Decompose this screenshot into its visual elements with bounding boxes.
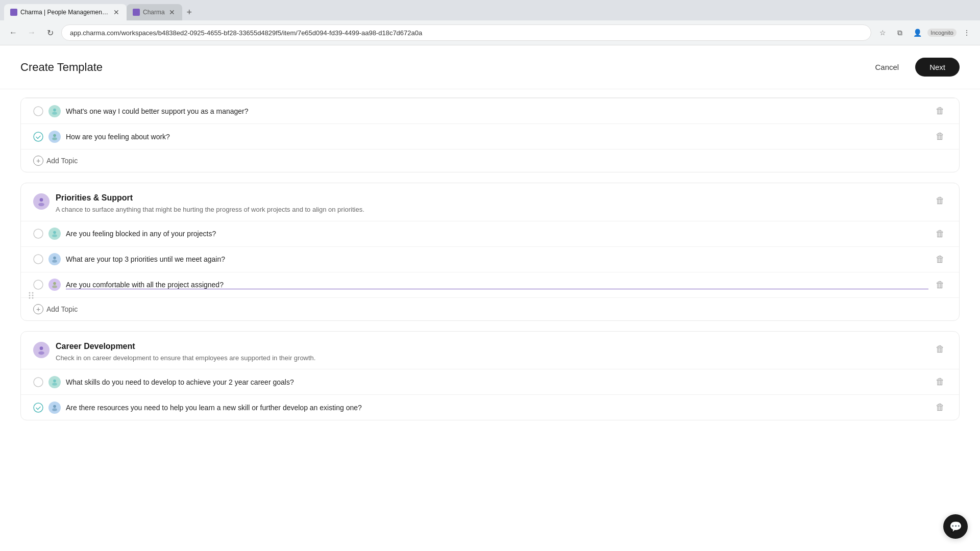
question-text-editing[interactable]: Are you comfortable with all the project… [66,281,928,289]
svg-point-8 [34,229,43,238]
svg-point-2 [52,112,57,115]
delete-question-icon[interactable]: 🗑 [934,400,947,415]
profile-icon[interactable]: 👤 [910,26,924,40]
delete-question-icon[interactable]: 🗑 [934,374,947,389]
svg-point-3 [34,132,43,141]
section-description: Check in on career development to ensure… [56,353,315,363]
tab-1-favicon [10,9,17,16]
section-header: Career Development Check in on career de… [21,332,959,369]
header-actions: Cancel Next [867,58,960,77]
question-row: Are there resources you need to help you… [21,394,959,420]
svg-point-20 [53,379,56,382]
section-info: Priorities & Support A chance to surface… [56,193,364,215]
tab-2[interactable]: Charma ✕ [127,4,182,20]
tab-1[interactable]: Charma | People Management S... ✕ [4,4,127,20]
add-topic-label: Add Topic [46,305,78,313]
section-title: Priorities & Support [56,193,364,203]
next-button[interactable]: Next [915,58,960,77]
reload-button[interactable]: ↻ [43,26,57,40]
add-topic-button[interactable]: + Add Topic [21,297,959,320]
chat-button[interactable]: 💬 [943,514,968,539]
svg-point-23 [53,405,56,408]
svg-point-9 [53,231,56,234]
bookmark-icon[interactable]: ☆ [875,26,890,40]
app-header: Create Template Cancel Next [0,45,980,89]
main-content: What's one way I could better support yo… [0,89,980,551]
question-text: What skills do you need to develop to ac… [66,378,928,386]
svg-point-5 [52,137,57,140]
check-circle-icon [33,106,43,116]
delete-section-icon[interactable]: 🗑 [934,193,947,208]
user-avatar [48,105,61,117]
svg-point-12 [53,257,56,260]
delete-question-icon[interactable]: 🗑 [934,104,947,118]
svg-point-19 [34,378,43,387]
add-topic-button[interactable]: + Add Topic [21,149,959,172]
question-row: Are you feeling blocked in any of your p… [21,221,959,246]
svg-point-14 [34,280,43,289]
svg-point-4 [53,134,56,137]
tab-2-close[interactable]: ✕ [168,8,176,16]
tab-bar: Charma | People Management S... ✕ Charma… [0,0,980,20]
priorities-section-card: Priorities & Support A chance to surface… [20,183,960,321]
svg-point-27 [29,295,31,296]
add-topic-label: Add Topic [46,157,78,165]
svg-point-7 [38,203,44,207]
svg-point-16 [52,285,57,288]
menu-icon[interactable]: ⋮ [960,26,974,40]
delete-question-icon[interactable]: 🗑 [934,227,947,241]
user-avatar [48,131,61,143]
extensions-icon[interactable]: ⧉ [893,26,907,40]
question-text: How are you feeling about work? [66,133,928,141]
svg-point-29 [29,297,31,299]
tab-2-title: Charma [143,9,165,16]
question-row: What skills do you need to develop to ac… [21,369,959,394]
new-tab-button[interactable]: + [182,5,197,19]
svg-point-28 [32,295,34,296]
cancel-button[interactable]: Cancel [867,59,907,76]
drag-handle[interactable] [27,291,36,303]
section-avatar [33,342,50,358]
nav-icons: ☆ ⧉ 👤 Incognito ⋮ [875,26,974,40]
tab-1-title: Charma | People Management S... [20,9,109,16]
delete-section-icon[interactable]: 🗑 [934,342,947,357]
career-section-card: Career Development Check in on career de… [20,331,960,421]
partial-section-card: What's one way I could better support yo… [20,97,960,172]
nav-bar: ← → ↻ app.charma.com/workspaces/b4838ed2… [0,20,980,45]
svg-point-11 [34,255,43,264]
check-circle-icon [33,229,43,239]
svg-point-0 [34,107,43,116]
delete-question-icon[interactable]: 🗑 [934,129,947,144]
browser-chrome: Charma | People Management S... ✕ Charma… [0,0,980,45]
section-description: A chance to surface anything that might … [56,205,364,215]
section-info: Career Development Check in on career de… [56,342,315,363]
delete-question-icon[interactable]: 🗑 [934,278,947,292]
add-topic-plus-icon: + [33,304,43,314]
section-avatar [33,193,50,210]
svg-point-15 [53,282,56,285]
check-circle-icon [33,280,43,290]
forward-button[interactable]: → [24,26,39,40]
address-bar[interactable]: app.charma.com/workspaces/b4838ed2-0925-… [61,24,871,41]
check-circle-filled-icon [33,132,43,142]
question-text: What's one way I could better support yo… [66,107,928,115]
question-text: Are you feeling blocked in any of your p… [66,230,928,238]
user-avatar [48,228,61,240]
tab-1-close[interactable]: ✕ [112,8,120,16]
address-text: app.charma.com/workspaces/b4838ed2-0925-… [70,29,422,37]
add-topic-plus-icon: + [33,156,43,166]
incognito-badge: Incognito [927,29,957,37]
delete-question-icon[interactable]: 🗑 [934,252,947,267]
page-title: Create Template [20,61,103,74]
svg-point-24 [52,408,57,411]
user-avatar [48,253,61,265]
svg-point-6 [40,198,43,202]
svg-point-13 [52,260,57,263]
svg-point-22 [34,403,43,412]
chat-icon: 💬 [949,520,962,533]
back-button[interactable]: ← [6,26,20,40]
question-row: Are you comfortable with all the project… [21,272,959,297]
question-row: How are you feeling about work? 🗑 [21,123,959,149]
check-circle-icon [33,377,43,387]
user-avatar [48,376,61,388]
